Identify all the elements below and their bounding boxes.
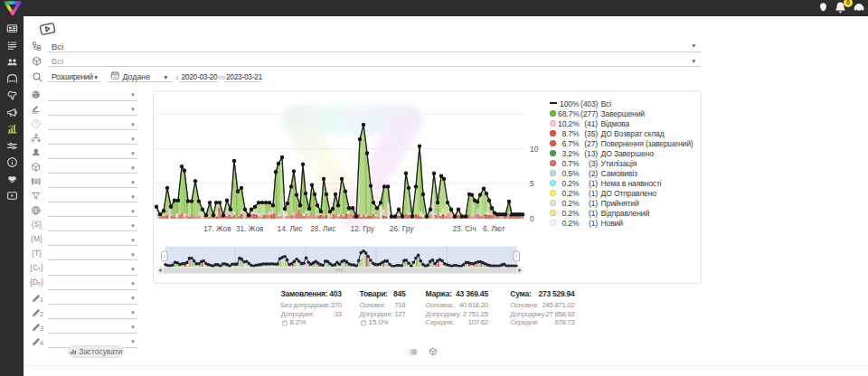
svg-text:5: 5	[530, 179, 534, 188]
svg-text:6. Лют: 6. Лют	[483, 224, 505, 233]
svg-text:0: 0	[530, 214, 534, 223]
svg-text:12. Гру: 12. Гру	[350, 224, 374, 233]
svg-text:31. Жов: 31. Жов	[236, 224, 264, 233]
svg-text:17: 17	[113, 75, 117, 79]
svg-text:14. Лис: 14. Лис	[278, 224, 303, 233]
svg-text:28. Лис: 28. Лис	[310, 224, 335, 233]
svg-text:26. Гру: 26. Гру	[390, 224, 414, 233]
svg-text:23. Січ: 23. Січ	[453, 224, 476, 233]
svg-text:17. Жов: 17. Жов	[203, 224, 231, 233]
svg-text:10: 10	[530, 145, 539, 154]
